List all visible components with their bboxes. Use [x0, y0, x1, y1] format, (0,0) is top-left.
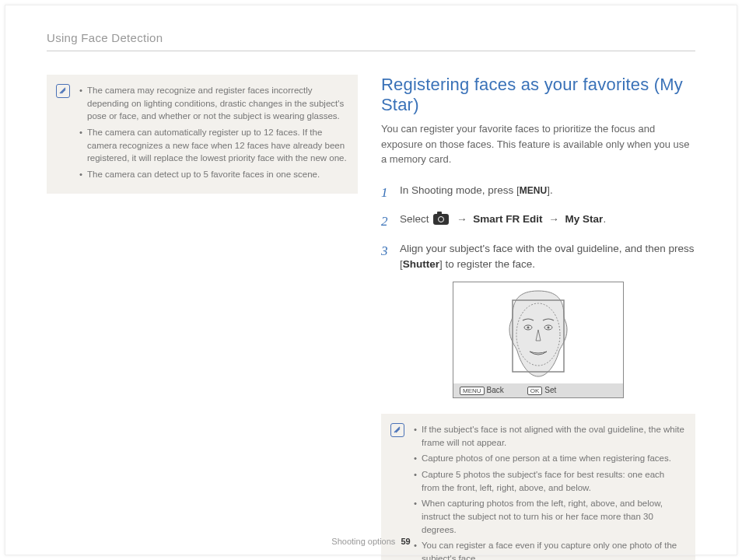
step-number: 1	[381, 183, 392, 203]
step-list: 1 In Shooting mode, press [MENU]. 2 Sele…	[381, 183, 695, 273]
note-list-left: The camera may recognize and register fa…	[78, 84, 347, 184]
menu-option: Smart FR Edit	[473, 213, 542, 225]
footer-section: Shooting options	[331, 537, 395, 546]
note-item: The camera can automatically register up…	[79, 126, 347, 165]
page-header: Using Face Detection	[47, 31, 695, 51]
left-column: The camera may recognize and register fa…	[47, 75, 358, 560]
step-3: 3 Align your subject's face with the ova…	[381, 241, 695, 273]
step-text: Align your subject's face with the oval …	[400, 241, 695, 273]
step-number: 3	[381, 241, 392, 273]
page-footer: Shooting options 59	[0, 537, 742, 546]
section-intro: You can register your favorite faces to …	[381, 121, 695, 167]
note-icon	[390, 423, 404, 437]
step-2: 2 Select → Smart FR Edit → My Star.	[381, 212, 695, 232]
menu-tag: MENU	[460, 387, 485, 395]
back-control: MENUBack	[460, 386, 504, 395]
set-control: OKSet	[527, 386, 557, 395]
step-1: 1 In Shooting mode, press [MENU].	[381, 183, 695, 203]
note-item: The camera may recognize and register fa…	[79, 84, 347, 123]
note-item: The camera can detect up to 5 favorite f…	[79, 168, 347, 181]
screen-status-bar: MENUBack OKSet	[453, 383, 623, 397]
note-item: When capturing photos from the left, rig…	[414, 497, 684, 536]
step-text: Select → Smart FR Edit → My Star.	[400, 212, 606, 232]
screen-figure: MENUBack OKSet	[453, 282, 624, 398]
note-box-left: The camera may recognize and register fa…	[47, 75, 358, 194]
svg-point-5	[548, 326, 550, 328]
shutter-label: Shutter	[403, 258, 439, 270]
manual-page: Using Face Detection The camera may reco…	[0, 0, 742, 560]
step-number: 2	[381, 212, 392, 232]
note-icon	[56, 84, 70, 98]
right-column: Registering faces as your favorites (My …	[381, 75, 695, 560]
note-item: Capture photos of one person at a time w…	[414, 452, 684, 465]
face-preview	[453, 282, 623, 383]
page-number: 59	[401, 537, 410, 546]
camera-icon	[433, 214, 449, 225]
camera-screen: MENUBack OKSet	[453, 282, 624, 398]
face-illustration	[495, 285, 581, 382]
ok-tag: OK	[527, 387, 543, 395]
note-item: Capture 5 photos the subject's face for …	[414, 468, 684, 494]
svg-point-4	[527, 326, 530, 328]
menu-label: MENU	[520, 185, 547, 196]
menu-option: My Star	[565, 213, 604, 225]
section-title: Registering faces as your favorites (My …	[381, 75, 695, 115]
note-item: If the subject's face is not aligned wit…	[414, 423, 684, 449]
step-text: In Shooting mode, press [MENU].	[400, 183, 553, 203]
